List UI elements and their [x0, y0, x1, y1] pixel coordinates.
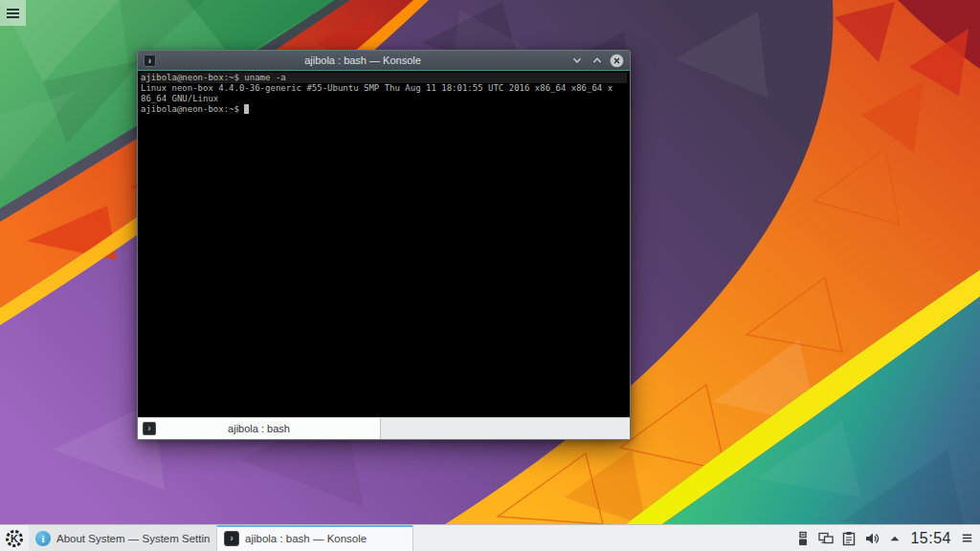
hamburger-icon: [7, 7, 19, 20]
konsole-prompt-icon: ›: [144, 55, 156, 67]
terminal-line: Linux neon-box 4.4.0-36-generic #55-Ubun…: [141, 83, 627, 94]
terminal-prompt-line: ajibola@neon-box:~$: [141, 104, 627, 115]
terminal-cursor: [244, 104, 249, 114]
window-title: ajibola : bash — Konsole: [156, 55, 569, 66]
close-icon: [610, 54, 624, 68]
task-label: ajibola : bash — Konsole: [245, 533, 367, 544]
system-tray: 15:54: [795, 525, 980, 551]
terminal-line: ajibola@neon-box:~$ uname -a: [141, 73, 627, 83]
terminal-view[interactable]: ajibola@neon-box:~$ uname -a Linux neon-…: [138, 70, 630, 417]
tabbar-empty-area: [381, 418, 630, 439]
device-notifier-icon[interactable]: [795, 531, 811, 546]
volume-icon[interactable]: [864, 531, 880, 546]
konsole-window: › ajibola : bash — Konsole: [137, 50, 631, 440]
info-icon: i: [35, 531, 51, 546]
taskbar-panel: K i About System — System Settings ... ›…: [0, 524, 980, 551]
application-launcher-button[interactable]: K: [0, 525, 29, 551]
close-button[interactable]: [610, 54, 624, 68]
terminal-tabbar: › ajibola : bash: [138, 417, 630, 439]
svg-text:K: K: [11, 533, 18, 544]
digital-clock[interactable]: 15:54: [910, 530, 951, 547]
window-titlebar[interactable]: › ajibola : bash — Konsole: [138, 51, 630, 70]
maximize-button[interactable]: [590, 54, 604, 68]
konsole-icon: ›: [224, 531, 239, 546]
terminal-tab-label: ajibola : bash: [228, 423, 290, 434]
expand-tray-caret-icon[interactable]: [887, 531, 902, 546]
terminal-tab[interactable]: › ajibola : bash: [138, 418, 381, 439]
task-label: About System — System Settings ...: [56, 533, 210, 544]
chevron-up-icon: [590, 54, 604, 67]
kde-logo-icon: K: [4, 528, 25, 549]
panel-toolbox-button[interactable]: [959, 531, 974, 546]
terminal-line: 86_64 GNU/Linux: [141, 94, 627, 104]
konsole-prompt-icon: ›: [143, 422, 156, 435]
task-button-konsole[interactable]: › ajibola : bash — Konsole: [217, 525, 413, 551]
desktop-toolbox-button[interactable]: [0, 0, 26, 26]
clipboard-icon[interactable]: [841, 531, 857, 546]
task-button-system-settings[interactable]: i About System — System Settings ...: [29, 525, 217, 551]
screen-layout-icon[interactable]: [818, 531, 834, 546]
chevron-down-icon: [570, 54, 584, 67]
minimize-button[interactable]: [569, 54, 584, 68]
hamburger-icon: [960, 531, 974, 545]
desktop: › ajibola : bash — Konsole: [0, 0, 980, 551]
